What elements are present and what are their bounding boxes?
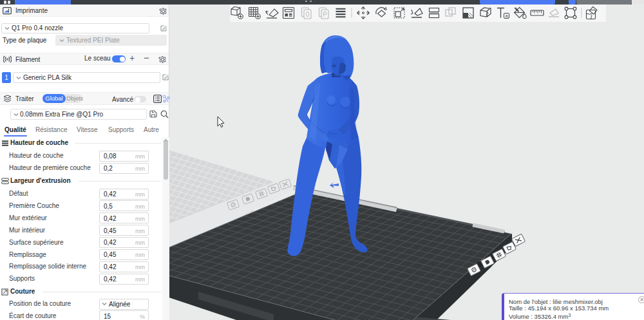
svg-text:P: P [323, 11, 327, 18]
svg-text:0: 0 [306, 11, 310, 18]
svg-text:a: a [506, 13, 509, 19]
